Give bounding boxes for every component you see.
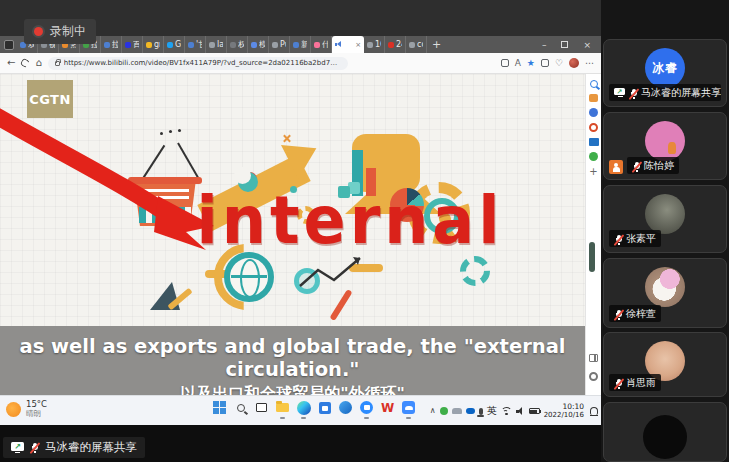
tab-favicon bbox=[230, 42, 236, 48]
participant-tile[interactable]: 冰睿 ↗ 马冰睿的屏幕共享 bbox=[603, 39, 727, 107]
browser-essentials-icon[interactable]: ♡ bbox=[555, 59, 563, 68]
recording-label: 录制中 bbox=[50, 23, 86, 40]
notification-bell-icon[interactable] bbox=[590, 407, 598, 415]
close-button[interactable]: × bbox=[583, 40, 591, 50]
browser-tab[interactable]: '甘肃 bbox=[185, 36, 206, 53]
browser-tab[interactable]: 24讲 bbox=[385, 36, 406, 53]
tray-green-app-icon[interactable] bbox=[440, 407, 448, 415]
avatar bbox=[645, 267, 685, 307]
browser-tab[interactable]: 16讲 bbox=[364, 36, 385, 53]
back-button[interactable]: ← bbox=[7, 58, 15, 68]
browser-tab[interactable]: 拉上 bbox=[101, 36, 122, 53]
browser-tab-active[interactable]: × bbox=[332, 36, 364, 53]
browser-tab[interactable]: 模拟 bbox=[248, 36, 269, 53]
file-explorer-icon[interactable] bbox=[275, 400, 290, 415]
participant-tile[interactable]: 肖思雨 bbox=[603, 332, 727, 397]
tab-label: 权力 bbox=[238, 39, 244, 50]
globe-icon bbox=[224, 252, 274, 302]
host-person-badge-icon bbox=[609, 160, 623, 174]
sparkle-dots bbox=[160, 132, 163, 135]
windows-taskbar: 15°C 晴朗 W ∧ bbox=[0, 395, 601, 425]
favorites-star-icon[interactable]: ★ bbox=[527, 59, 535, 68]
basket-handle-line bbox=[177, 142, 201, 181]
home-icon[interactable]: ⌂ bbox=[35, 58, 41, 68]
taskbar-search-icon[interactable] bbox=[233, 400, 248, 415]
volume-icon[interactable] bbox=[516, 407, 525, 415]
tab-favicon bbox=[188, 42, 194, 48]
sidebar-add-icon[interactable]: + bbox=[589, 167, 599, 177]
collections-icon[interactable] bbox=[541, 59, 549, 67]
url-field[interactable]: https://www.bilibili.com/video/BV1fx411A… bbox=[48, 57, 348, 70]
tab-search-icon[interactable] bbox=[4, 40, 14, 50]
browser-tab[interactable]: 百度 bbox=[122, 36, 143, 53]
participant-tile[interactable]: 张素平 bbox=[603, 185, 727, 253]
tray-expand-icon[interactable]: ∧ bbox=[430, 407, 436, 415]
meeting-app-icon[interactable] bbox=[359, 400, 374, 415]
tab-favicon bbox=[209, 42, 215, 48]
browser-tab[interactable]: comb bbox=[406, 36, 427, 53]
tab-favicon bbox=[104, 42, 110, 48]
cloud-app-icon[interactable] bbox=[401, 400, 416, 415]
tab-label: 模拟 bbox=[259, 39, 265, 50]
reader-mode-icon[interactable] bbox=[501, 59, 509, 67]
tab-favicon bbox=[293, 42, 299, 48]
edge-browser-icon[interactable] bbox=[296, 400, 311, 415]
tray-onedrive-icon[interactable] bbox=[466, 408, 475, 414]
weather-widget[interactable]: 15°C 晴朗 bbox=[6, 400, 47, 418]
wps-icon[interactable]: W bbox=[380, 400, 395, 415]
browser-tab[interactable]: 新闻 bbox=[290, 36, 311, 53]
ime-indicator[interactable]: 英 bbox=[487, 406, 497, 416]
start-button[interactable] bbox=[212, 400, 227, 415]
participant-tile[interactable]: 徐梓萱 bbox=[603, 258, 727, 328]
taskbar-clock[interactable]: 10:10 2022/10/16 bbox=[544, 402, 584, 421]
new-tab-button[interactable]: + bbox=[427, 36, 446, 53]
maximize-button[interactable] bbox=[561, 41, 568, 48]
browser-tab[interactable]: 什么 bbox=[311, 36, 332, 53]
recording-badge: 录制中 bbox=[24, 19, 96, 44]
browser-tab[interactable]: Gran bbox=[164, 36, 185, 53]
refresh-icon[interactable] bbox=[20, 58, 31, 69]
sidebar-shopping-icon[interactable] bbox=[589, 94, 598, 102]
task-view-icon[interactable] bbox=[254, 400, 269, 415]
participant-name-label: ↗ 马冰睿的屏幕共享 bbox=[609, 84, 721, 101]
store-icon[interactable] bbox=[317, 400, 332, 415]
browser-tab[interactable]: 权力 bbox=[227, 36, 248, 53]
stage-bottom-strip: ↗ 马冰睿的屏幕共享 bbox=[0, 425, 601, 462]
read-aloud-icon[interactable]: A bbox=[515, 59, 521, 68]
minimize-button[interactable]: – bbox=[542, 40, 547, 50]
browser-tab[interactable]: lack bbox=[206, 36, 227, 53]
tab-label: 什么 bbox=[322, 39, 328, 50]
sun-icon bbox=[6, 402, 21, 417]
tab-close-icon[interactable]: × bbox=[355, 41, 361, 49]
teal-gear-icon bbox=[460, 256, 490, 286]
participant-name-label: 陈怡婷 bbox=[627, 157, 679, 174]
participant-name-label: 徐梓萱 bbox=[609, 305, 661, 322]
sidebar-tools-icon[interactable] bbox=[589, 108, 598, 117]
muted-mic-icon bbox=[632, 161, 640, 171]
sidebar-outlook-icon[interactable] bbox=[589, 138, 599, 146]
scrollbar-thumb[interactable] bbox=[589, 242, 595, 272]
sidebar-app-icon[interactable] bbox=[589, 152, 598, 161]
browser-tab[interactable]: Pure bbox=[269, 36, 290, 53]
wifi-icon[interactable] bbox=[501, 407, 512, 416]
sidebar-panel-icon[interactable] bbox=[589, 354, 598, 362]
sidebar-settings-gear-icon[interactable] bbox=[589, 372, 598, 381]
participant-tile[interactable] bbox=[603, 402, 727, 462]
video-frame[interactable]: CGTN bbox=[0, 74, 585, 326]
profile-avatar[interactable] bbox=[569, 58, 579, 68]
participant-tile[interactable]: 陈怡婷 bbox=[603, 112, 727, 180]
gold-pill-shape bbox=[349, 264, 383, 272]
participant-name: 张素平 bbox=[626, 232, 656, 246]
tray-mic-icon[interactable] bbox=[479, 408, 483, 415]
clock-time: 10:10 bbox=[562, 402, 584, 412]
screen-share-icon: ↗ bbox=[11, 442, 24, 453]
tray-cloud-icon[interactable] bbox=[452, 408, 462, 414]
muted-mic-icon bbox=[629, 88, 637, 98]
screen-share-label: 马冰睿的屏幕共享 bbox=[45, 440, 137, 455]
battery-icon[interactable] bbox=[529, 408, 540, 414]
more-menu-icon[interactable]: ⋯ bbox=[585, 59, 594, 68]
browser-app-icon[interactable] bbox=[338, 400, 353, 415]
sidebar-search-icon[interactable] bbox=[590, 80, 598, 88]
sidebar-office-icon[interactable] bbox=[589, 123, 598, 132]
browser-tab[interactable]: gran bbox=[143, 36, 164, 53]
